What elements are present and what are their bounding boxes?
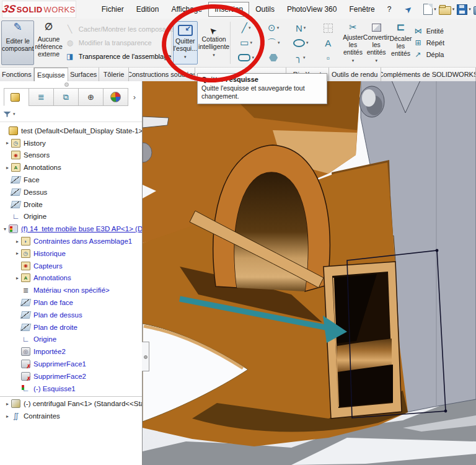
convert-entities-button[interactable]: Convertir les entités ▾ xyxy=(363,21,390,64)
menu--[interactable]: ? xyxy=(381,2,398,16)
menu-insertion[interactable]: Insertion xyxy=(208,2,249,17)
tab-outils-de-rendu[interactable]: Outils de rendu xyxy=(329,68,381,81)
displaymanager-tab[interactable] xyxy=(103,88,128,106)
tree-item-origine[interactable]: Origine xyxy=(0,211,142,223)
new-document-icon[interactable] xyxy=(423,4,433,15)
line-caret[interactable]: ▾ xyxy=(249,25,251,30)
tab-fonctions[interactable]: Fonctions xyxy=(0,68,34,81)
tree-item-supprimerface2[interactable]: SupprimerFace2 xyxy=(0,370,142,383)
polygon-tool[interactable] xyxy=(260,50,287,65)
menu-photoview-360[interactable]: PhotoView 360 xyxy=(281,2,343,16)
print-icon[interactable] xyxy=(474,6,476,15)
tree-item-face[interactable]: Face xyxy=(0,174,142,186)
trim-entities-button[interactable]: ✂ Ajuster les entités ▾ xyxy=(343,21,363,64)
tab-esquisse[interactable]: Esquisse xyxy=(34,68,69,81)
ellipse-caret[interactable]: ▾ xyxy=(306,40,309,45)
circle-caret[interactable]: ▾ xyxy=(277,25,280,30)
open-caret[interactable]: ▾ xyxy=(452,7,455,12)
tree-item-contraintes[interactable]: ▸Contraintes xyxy=(0,410,142,422)
menu-affichage[interactable]: Affichage xyxy=(165,2,208,16)
point-tool[interactable]: ▫ xyxy=(314,50,342,65)
filter-caret[interactable]: ▾ xyxy=(13,112,15,117)
tree-item--esquisse1[interactable]: (-) Esquisse1 xyxy=(0,383,142,395)
line-tool[interactable]: ╱▾ xyxy=(232,20,260,35)
featuremanager-tab[interactable] xyxy=(4,88,29,106)
spline-tool[interactable]: N▾ xyxy=(287,20,314,35)
tree-item-plan-de-droite[interactable]: Plan de droite xyxy=(0,321,142,334)
fillet-tool[interactable]: ╮▾ xyxy=(287,50,314,65)
assembly-transparency-button[interactable]: ◨Transparence de l'assemblage xyxy=(65,51,168,62)
linear-pattern-button[interactable]: ⊞Répét xyxy=(413,38,476,47)
exit-sketch-caret[interactable]: ▾ xyxy=(184,53,187,61)
tab-compl-ments-de-solidworks[interactable]: Compléments de SOLIDWORKS xyxy=(381,68,476,81)
expand-arrow[interactable]: ▸ xyxy=(4,401,11,407)
tree-item--f-14-tete-mobile-buse-e3d-ap-[interactable]: ▾(f) 14_tete mobile buse E3D AP<1> (Dé xyxy=(0,223,142,235)
save-icon[interactable] xyxy=(457,4,467,15)
save-caret[interactable]: ▾ xyxy=(469,7,471,12)
tree-item-plan-de-dessus[interactable]: Plan de dessus xyxy=(0,309,142,321)
spline-caret[interactable]: ▾ xyxy=(304,25,306,30)
open-icon[interactable] xyxy=(439,6,451,15)
mirror-entities-button[interactable]: ⋈Entité xyxy=(413,27,476,35)
panel-grip[interactable] xyxy=(64,82,69,87)
tree-item-history[interactable]: ▸History xyxy=(0,137,142,149)
smart-dimension-button[interactable]: ➤ Cotation intelligente ▾ xyxy=(198,21,229,64)
tree-item-import-e2[interactable]: Importée2 xyxy=(0,345,142,358)
expand-arrow[interactable]: ▸ xyxy=(4,140,11,146)
filter-icon[interactable] xyxy=(3,112,11,117)
viewport-3d[interactable] xyxy=(143,81,476,465)
propertymanager-tab[interactable]: ≣ xyxy=(29,88,54,106)
menu-edition[interactable]: Edition xyxy=(130,2,165,16)
ellipse-tool[interactable]: ▾ xyxy=(287,35,314,50)
tree-item-contraintes-dans-assemblage1[interactable]: ▸Contraintes dans Assemblage1 xyxy=(0,235,142,247)
tree-item--centrifugal-fan-1-standard-st[interactable]: ▸(-) centrifugal Fan<1> (Standard<<Sta xyxy=(0,398,142,410)
configurationmanager-tab[interactable]: ⧉ xyxy=(53,88,79,106)
expand-arrow[interactable]: ▸ xyxy=(4,165,11,170)
new-caret[interactable]: ▾ xyxy=(434,7,436,12)
tree-item-capteurs[interactable]: Capteurs xyxy=(0,260,142,272)
tree-item-historique[interactable]: ▸Historique xyxy=(0,247,142,260)
rectangle-tool[interactable]: ▭▾ xyxy=(232,35,260,50)
text-tool[interactable]: A xyxy=(314,35,342,50)
tree-item-origine[interactable]: Origine xyxy=(0,334,142,346)
tab-surfaces[interactable]: Surfaces xyxy=(68,68,99,81)
circle-tool[interactable]: ⊙▾ xyxy=(260,20,287,35)
tab-t-lerie[interactable]: Tôlerie xyxy=(99,68,129,81)
offset-entities-button[interactable]: ⊏ Décaler les entités xyxy=(389,21,412,64)
pin-icon[interactable]: ➤ xyxy=(403,3,415,16)
smart-dimension-caret[interactable]: ▾ xyxy=(213,51,215,59)
menu-outils[interactable]: Outils xyxy=(249,2,281,16)
tree-item-plan-de-face[interactable]: Plan de face xyxy=(0,296,142,309)
edit-component-button[interactable]: ✎ Editer le composant xyxy=(1,20,34,65)
tab-constructions-soud-es[interactable]: Constructions soudées xyxy=(129,68,195,81)
menu-fichier[interactable]: Fichier xyxy=(95,2,130,16)
expand-arrow[interactable]: ▸ xyxy=(14,275,21,281)
tree-item-dessus[interactable]: Dessus xyxy=(0,186,142,198)
tree-item-mat-riau-non-sp-cifi-[interactable]: Matériau <non spécifié> xyxy=(0,284,142,296)
expand-arrow[interactable]: ▸ xyxy=(14,250,21,256)
arc-tool[interactable]: ⌒▾ xyxy=(260,35,287,50)
tree-item-droite[interactable]: Droite xyxy=(0,198,142,211)
panel-tabs-more[interactable]: › xyxy=(128,88,141,105)
tree-item-annotations[interactable]: ▸Annotations xyxy=(0,272,142,285)
tree-item-supprimerface1[interactable]: SupprimerFace1 xyxy=(0,358,142,370)
tree-item-sensors[interactable]: Sensors xyxy=(0,149,142,162)
no-external-reference-button[interactable]: ∅ Aucune référence externe xyxy=(35,20,62,65)
expand-arrow[interactable]: ▸ xyxy=(14,239,21,244)
exit-sketch-button[interactable]: Quitter l'esqui... ▾ xyxy=(173,21,198,64)
expand-arrow[interactable]: ▸ xyxy=(4,414,11,419)
tree-item-annotations[interactable]: ▸Annotations xyxy=(0,161,142,174)
convert-entities-caret[interactable]: ▾ xyxy=(375,57,377,64)
rectangle-caret[interactable]: ▾ xyxy=(250,40,252,45)
arc-caret[interactable]: ▾ xyxy=(278,40,280,45)
fillet-caret[interactable]: ▾ xyxy=(303,55,306,60)
slot-tool[interactable]: ▾ xyxy=(232,50,260,65)
trim-entities-caret[interactable]: ▾ xyxy=(352,57,355,64)
tree-item-test-default-default-display-s[interactable]: test (Default<Default_Display State-1>) xyxy=(0,125,142,137)
dimxpertmanager-tab[interactable]: ⊕ xyxy=(78,88,104,106)
move-entities-button[interactable]: ↗Dépla xyxy=(413,50,476,59)
panel-splitter-handle[interactable] xyxy=(142,342,149,371)
expand-arrow[interactable]: ▾ xyxy=(1,226,9,232)
menu-fen-tre[interactable]: Fenêtre xyxy=(343,2,381,16)
slot-caret[interactable]: ▾ xyxy=(252,55,254,60)
